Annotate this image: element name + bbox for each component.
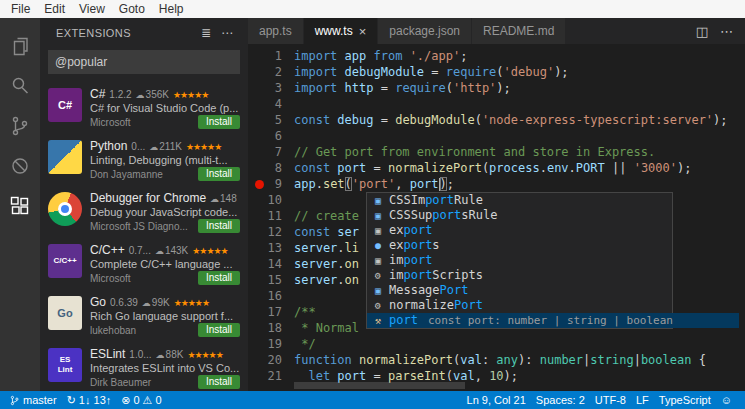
install-button[interactable]: Install	[198, 115, 240, 129]
gutter[interactable]: 14	[248, 256, 294, 272]
gutter[interactable]: 4	[248, 96, 294, 112]
extensions-icon[interactable]	[8, 194, 32, 218]
code-line: 5const debug = debugModule('node-express…	[248, 112, 745, 128]
extension-item[interactable]: Python0...☁211K★★★★★Linting, Debugging (…	[40, 134, 248, 186]
explorer-icon[interactable]	[8, 34, 32, 58]
gutter[interactable]: 17	[248, 304, 294, 320]
gutter[interactable]: 6	[248, 128, 294, 144]
install-button[interactable]: Install	[198, 323, 240, 337]
sync-indicator[interactable]: ↻ 1↓ 13↑	[62, 394, 117, 406]
tab-app-ts[interactable]: app.ts	[248, 18, 304, 44]
code-text[interactable]: /**	[294, 304, 316, 320]
code-text[interactable]: const ser	[294, 224, 359, 240]
filter-icon[interactable]: ≣	[196, 26, 216, 40]
gutter[interactable]: 11	[248, 208, 294, 224]
menu-help[interactable]: Help	[152, 0, 191, 18]
code-text[interactable]: * Normal	[294, 320, 359, 336]
gutter[interactable]: 16	[248, 288, 294, 304]
code-text[interactable]: const port = normalizePort(process.env.P…	[294, 160, 691, 176]
gutter[interactable]: 9	[248, 176, 294, 192]
menu-view[interactable]: View	[72, 0, 112, 18]
code-text[interactable]: server.li	[294, 240, 359, 256]
language-mode[interactable]: TypeScript	[654, 394, 716, 406]
gutter[interactable]: 3	[248, 80, 294, 96]
install-button[interactable]: Install	[198, 219, 240, 233]
suggestion-item[interactable]: ●exports	[367, 238, 672, 253]
install-button[interactable]: Install	[198, 271, 240, 285]
install-button[interactable]: Install	[198, 167, 240, 181]
code-editor[interactable]: 1import app from './app';2import debugMo…	[248, 44, 745, 391]
code-text[interactable]: app.set('port', port);	[294, 176, 454, 192]
tab-package-json[interactable]: package.json	[378, 18, 472, 44]
install-button[interactable]: Install	[198, 375, 240, 389]
code-text[interactable]: */	[294, 336, 316, 352]
menu-file[interactable]: File	[4, 0, 37, 18]
language-label: TypeScript	[659, 394, 711, 406]
gutter[interactable]: 12	[248, 224, 294, 240]
menu-edit[interactable]: Edit	[37, 0, 72, 18]
more-actions-icon[interactable]: ⋯	[720, 24, 733, 39]
problems-indicator[interactable]: ⊗ 0 ⚠ 0	[116, 394, 166, 406]
tab-www-ts[interactable]: www.ts ×	[304, 18, 379, 44]
gutter[interactable]: 13	[248, 240, 294, 256]
extension-item[interactable]: GoGo0.6.39☁99K★★★★★Rich Go language supp…	[40, 290, 248, 342]
gutter[interactable]: 18	[248, 320, 294, 336]
activity-bar	[0, 18, 40, 391]
feedback-smiley-icon[interactable]: ☺	[716, 395, 737, 406]
smiley-glyph: ☺	[721, 395, 732, 406]
suggestion-item[interactable]: ⚒portconst port: number | string | boole…	[367, 313, 739, 328]
gutter[interactable]: 19	[248, 336, 294, 352]
code-text[interactable]: // create	[294, 208, 359, 224]
indentation-indicator[interactable]: Spaces: 2	[531, 394, 590, 406]
gutter[interactable]: 20	[248, 352, 294, 368]
source-control-icon[interactable]	[8, 114, 32, 138]
horizontal-scrollbar[interactable]	[294, 382, 743, 389]
search-icon[interactable]	[8, 74, 32, 98]
gutter[interactable]: 10	[248, 192, 294, 208]
suggestion-item[interactable]: ▣export	[367, 223, 672, 238]
extension-item[interactable]: Debugger for Chrome☁148Debug your JavaSc…	[40, 186, 248, 238]
code-text[interactable]: import debugModule = require('debug');	[294, 64, 569, 80]
debug-icon[interactable]	[8, 154, 32, 178]
code-text[interactable]: server.on	[294, 256, 359, 272]
code-text[interactable]: const debug = debugModule('node-express-…	[294, 112, 728, 128]
encoding-indicator[interactable]: UTF-8	[590, 394, 631, 406]
gutter[interactable]: 1	[248, 48, 294, 64]
suggestion-item[interactable]: ▣import	[367, 253, 672, 268]
gutter[interactable]: 2	[248, 64, 294, 80]
code-text[interactable]: import http = require('http');	[294, 80, 511, 96]
line-col-label: Ln 9, Col 21	[467, 394, 526, 406]
suggestion-item[interactable]: ⚙normalizePort	[367, 298, 672, 313]
module-icon: ▣	[371, 253, 385, 268]
cursor-position[interactable]: Ln 9, Col 21	[462, 394, 531, 406]
split-editor-icon[interactable]: ◫	[696, 24, 708, 39]
extension-logo: C#	[48, 88, 82, 122]
code-text[interactable]: import app from './app';	[294, 48, 467, 64]
tab-label: app.ts	[259, 24, 292, 38]
extensions-search-input[interactable]	[48, 50, 240, 74]
gutter[interactable]: 8	[248, 160, 294, 176]
code-text[interactable]: // Get port from environment and store i…	[294, 144, 655, 160]
tab-readme-md[interactable]: README.md	[472, 18, 566, 44]
gutter[interactable]: 5	[248, 112, 294, 128]
menu-goto[interactable]: Goto	[112, 0, 152, 18]
extension-item[interactable]: C/C++C/C++0.7...☁143K★★★★★Complete C/C++…	[40, 238, 248, 290]
more-actions-icon[interactable]: ⋯	[216, 26, 238, 40]
code-text[interactable]: server.on	[294, 272, 359, 288]
extension-item[interactable]: ES LintESLint1.0...☁88K★★★★★Integrates E…	[40, 342, 248, 391]
gutter[interactable]: 21	[248, 368, 294, 384]
class-icon: ▣	[371, 283, 385, 298]
code-text[interactable]: function normalizePort(val: any): number…	[294, 352, 706, 368]
eol-indicator[interactable]: LF	[631, 394, 654, 406]
scrollbar-handle[interactable]	[294, 382, 465, 389]
gutter[interactable]: 7	[248, 144, 294, 160]
close-icon[interactable]: ×	[359, 25, 367, 38]
suggestion-item[interactable]: ▣CSSSupportsRule	[367, 208, 672, 223]
rating-stars: ★★★★★	[186, 142, 221, 152]
extension-item[interactable]: C#C#1.2.2☁356K★★★★★C# for Visual Studio …	[40, 82, 248, 134]
suggestion-item[interactable]: ⚙importScripts	[367, 268, 672, 283]
gutter[interactable]: 15	[248, 272, 294, 288]
suggestion-item[interactable]: ▣MessagePort	[367, 283, 672, 298]
suggestion-item[interactable]: ▣CSSImportRule	[367, 193, 672, 208]
branch-indicator[interactable]: master	[4, 394, 62, 407]
